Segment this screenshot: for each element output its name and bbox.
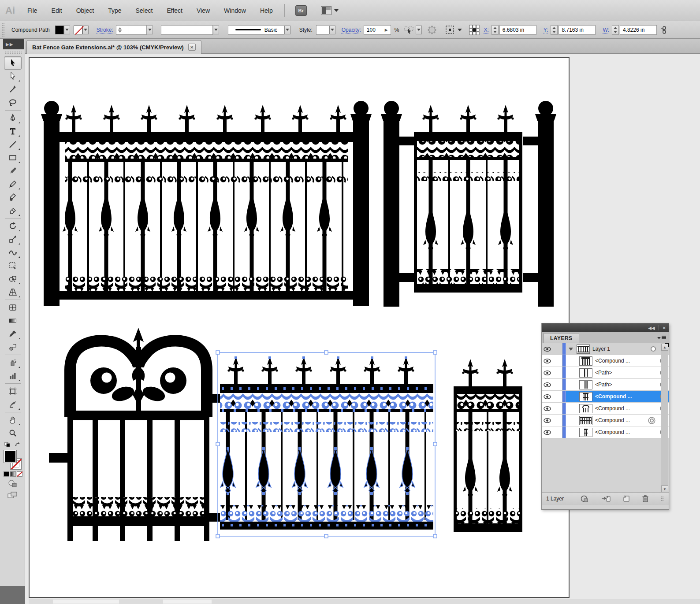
lock-toggle[interactable] bbox=[553, 415, 562, 426]
opacity-link[interactable]: Opacity: bbox=[342, 27, 361, 33]
object-label[interactable]: <Path> bbox=[595, 382, 657, 388]
visibility-toggle[interactable] bbox=[542, 343, 553, 355]
screen-mode-button[interactable] bbox=[7, 491, 19, 500]
w-field[interactable]: 4.8226 in bbox=[620, 25, 657, 35]
object-row-path-2[interactable]: <Path> bbox=[542, 379, 669, 391]
type-tool[interactable] bbox=[4, 125, 22, 138]
lock-toggle[interactable] bbox=[553, 367, 562, 378]
color-mode-button[interactable] bbox=[4, 471, 9, 477]
direct-selection-tool[interactable] bbox=[4, 70, 22, 83]
constrain-proportions-button[interactable] bbox=[658, 25, 669, 35]
object-row-compound-targeted[interactable]: <Compound ... bbox=[542, 415, 669, 426]
visibility-toggle[interactable] bbox=[542, 379, 553, 390]
opacity-field[interactable]: 100 ▶ bbox=[364, 25, 391, 35]
y-spinner[interactable] bbox=[551, 25, 558, 35]
eraser-tool[interactable] bbox=[4, 204, 22, 217]
zoom-tool[interactable] bbox=[4, 426, 22, 440]
visibility-toggle[interactable] bbox=[542, 415, 553, 426]
dock-collapse-button[interactable]: ▶▶ bbox=[3, 39, 24, 49]
x-field[interactable]: 6.6803 in bbox=[499, 25, 536, 35]
align-dropdown[interactable] bbox=[458, 29, 462, 31]
style-dropdown[interactable] bbox=[329, 26, 335, 34]
menu-select[interactable]: Select bbox=[129, 0, 160, 21]
align-button[interactable] bbox=[445, 25, 455, 35]
swap-colors-icon[interactable] bbox=[15, 442, 21, 447]
menu-help[interactable]: Help bbox=[253, 0, 280, 21]
drawing-mode-button[interactable] bbox=[7, 479, 19, 488]
make-clipping-mask-button[interactable] bbox=[580, 495, 590, 503]
pen-tool[interactable] bbox=[4, 111, 22, 125]
panel-menu-icon[interactable] bbox=[657, 335, 666, 341]
object-label[interactable]: <Path> bbox=[595, 370, 657, 376]
object-row-path-1[interactable]: <Path> bbox=[542, 367, 669, 379]
bridge-button[interactable]: Br bbox=[295, 5, 307, 16]
rectangle-tool[interactable] bbox=[4, 151, 22, 164]
scroll-up-arrow[interactable]: ▲ bbox=[661, 344, 668, 351]
mesh-tool[interactable] bbox=[4, 301, 22, 314]
lock-toggle[interactable] bbox=[553, 403, 562, 414]
object-row-compound-4[interactable]: <Compound ... bbox=[542, 426, 669, 438]
fill-color-dropdown[interactable] bbox=[64, 26, 70, 34]
object-label[interactable]: <Compound ... bbox=[595, 358, 657, 364]
blob-brush-tool[interactable] bbox=[4, 191, 22, 204]
scale-tool[interactable] bbox=[4, 233, 22, 246]
pencil-tool[interactable] bbox=[4, 178, 22, 191]
visibility-toggle[interactable] bbox=[542, 391, 553, 402]
panel-close-icon[interactable]: ✕ bbox=[663, 326, 666, 330]
large-fence-artwork[interactable] bbox=[41, 101, 372, 306]
menu-window[interactable]: Window bbox=[217, 0, 253, 21]
width-tool[interactable] bbox=[4, 246, 22, 259]
menu-edit[interactable]: Edit bbox=[45, 0, 69, 21]
new-sublayer-button[interactable] bbox=[601, 495, 611, 503]
fill-black-swatch[interactable] bbox=[4, 450, 16, 463]
stroke-weight-field[interactable] bbox=[129, 25, 147, 35]
column-graph-tool[interactable] bbox=[4, 369, 22, 382]
layers-scrollbar[interactable]: ▲ ▼ bbox=[661, 344, 668, 493]
brush-definition-dropdown[interactable] bbox=[213, 26, 219, 34]
stroke-weight-spinner[interactable] bbox=[116, 25, 129, 35]
layer-label[interactable]: Layer 1 bbox=[592, 346, 648, 352]
menu-type[interactable]: Type bbox=[101, 0, 128, 21]
eyedropper-tool[interactable] bbox=[4, 327, 22, 341]
new-layer-button[interactable] bbox=[622, 495, 630, 503]
brush-definition-field[interactable] bbox=[161, 25, 213, 35]
object-row-compound-3[interactable]: <Compound ... bbox=[542, 403, 669, 415]
stroke-weight-link[interactable]: Stroke: bbox=[97, 27, 113, 33]
visibility-toggle[interactable] bbox=[542, 355, 553, 367]
lock-toggle[interactable] bbox=[553, 391, 562, 402]
gradient-tool[interactable] bbox=[4, 314, 22, 327]
line-segment-tool[interactable] bbox=[4, 138, 22, 151]
extension-panel-artwork[interactable] bbox=[454, 359, 522, 532]
recolor-artwork-button[interactable] bbox=[427, 25, 437, 35]
object-label[interactable]: <Compound ... bbox=[595, 405, 657, 411]
select-similar-button[interactable] bbox=[404, 25, 414, 35]
width-profile-dropdown[interactable] bbox=[284, 26, 290, 34]
width-profile-field[interactable]: Basic bbox=[228, 25, 284, 35]
object-label[interactable]: <Compound ... bbox=[595, 393, 657, 400]
perspective-grid-tool[interactable] bbox=[4, 285, 22, 299]
object-row-compound-1[interactable]: <Compound ... bbox=[542, 355, 669, 367]
magic-wand-tool[interactable] bbox=[4, 83, 22, 96]
menu-view[interactable]: View bbox=[190, 0, 217, 21]
artboard-page[interactable] bbox=[29, 57, 570, 598]
arched-gate-artwork[interactable] bbox=[49, 328, 220, 541]
x-spinner[interactable] bbox=[491, 25, 499, 35]
y-link[interactable]: Y: bbox=[544, 27, 548, 33]
style-field[interactable] bbox=[316, 25, 329, 35]
default-colors-icon[interactable] bbox=[4, 442, 11, 447]
w-link[interactable]: W: bbox=[603, 27, 609, 33]
menu-object[interactable]: Object bbox=[69, 0, 101, 21]
stroke-color-swatch[interactable] bbox=[74, 26, 82, 34]
close-icon[interactable]: ✕ bbox=[188, 44, 196, 51]
tab-layers[interactable]: LAYERS bbox=[544, 333, 579, 343]
none-mode-button[interactable] bbox=[17, 471, 22, 477]
gradient-mode-button[interactable] bbox=[10, 471, 16, 477]
disclosure-triangle[interactable] bbox=[569, 348, 573, 351]
fill-color-swatch[interactable] bbox=[55, 26, 64, 34]
layer-row-layer1[interactable]: Layer 1 bbox=[542, 343, 669, 355]
lock-toggle[interactable] bbox=[553, 355, 562, 367]
dock-drag-grip[interactable] bbox=[4, 51, 22, 55]
hand-tool[interactable] bbox=[4, 413, 22, 426]
object-row-compound-selected[interactable]: <Compound ... bbox=[542, 391, 669, 403]
blend-tool[interactable] bbox=[4, 341, 22, 354]
